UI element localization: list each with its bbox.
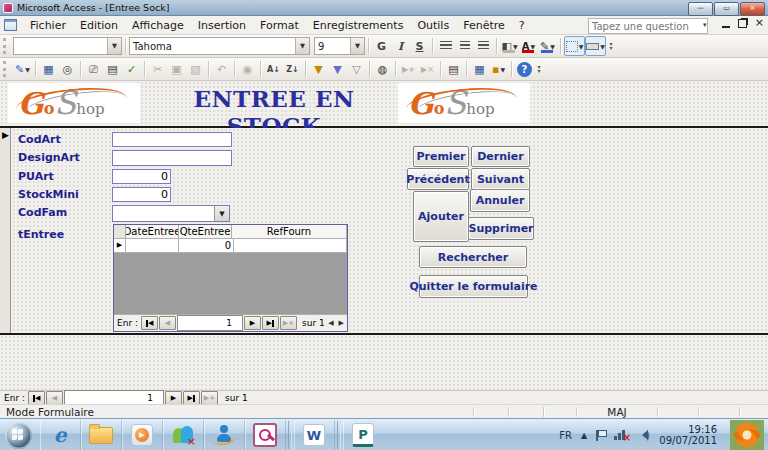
word-icon[interactable]: W <box>294 420 335 450</box>
start-button[interactable] <box>5 422 32 449</box>
stockmini-input[interactable] <box>112 187 171 202</box>
copy-icon[interactable]: ▣ <box>167 60 186 78</box>
previous-record-button[interactable]: ◀ <box>46 391 63 405</box>
print-preview-icon[interactable]: ▤ <box>103 60 122 78</box>
paste-icon[interactable]: ▧ <box>186 60 205 78</box>
volume-icon[interactable]: ) <box>637 430 650 441</box>
menu-fenetre[interactable]: Fenêtre <box>456 17 512 34</box>
chevron-down-icon[interactable]: ▼ <box>295 38 309 54</box>
bold-button[interactable]: G <box>372 37 391 55</box>
new-record-button[interactable]: ▶∗ <box>280 316 297 330</box>
supprimer-button[interactable]: Supprimer <box>468 217 534 240</box>
cell-reffourn[interactable] <box>234 239 347 253</box>
puart-input[interactable] <box>112 169 171 184</box>
clock[interactable]: 19:16 09/07/2011 <box>659 424 717 447</box>
language-indicator[interactable]: FR <box>559 430 572 441</box>
font-color-icon[interactable]: A▼ <box>519 37 538 55</box>
chevron-down-icon[interactable]: ▼ <box>350 38 364 54</box>
minimize-button[interactable]: — <box>688 2 713 16</box>
restore-button[interactable]: ▭ <box>714 2 739 16</box>
font-size-combo[interactable]: 9 ▼ <box>314 37 365 55</box>
menu-enregistrements[interactable]: Enregistrements <box>306 17 411 34</box>
next-record-button[interactable]: ▶ <box>165 391 182 405</box>
quitter-button[interactable]: Quitter le formulaire <box>419 275 528 298</box>
spelling-icon[interactable]: ✓ <box>122 60 141 78</box>
save-icon[interactable]: ▦ <box>39 60 58 78</box>
designart-input[interactable] <box>112 150 232 166</box>
access-taskbar-icon[interactable] <box>245 420 286 450</box>
select-all-cell[interactable] <box>114 225 126 239</box>
menu-outils[interactable]: Outils <box>410 17 456 34</box>
close-button[interactable]: × <box>740 2 765 16</box>
last-record-button[interactable]: ▶ <box>262 316 279 330</box>
codfam-combo[interactable]: ▼ <box>112 205 230 222</box>
media-player-icon[interactable]: ▶ <box>122 420 163 450</box>
toolbar-options-icon[interactable]: ▾▾ <box>534 60 544 78</box>
underline-button[interactable]: S <box>410 37 429 55</box>
msn-icon[interactable] <box>204 420 245 450</box>
font-name-combo[interactable]: Tahoma ▼ <box>129 37 310 55</box>
mdi-minimize-icon[interactable] <box>722 18 730 28</box>
internet-explorer-icon[interactable]: e <box>40 420 81 450</box>
dernier-button[interactable]: Dernier <box>471 146 530 167</box>
new-object-icon[interactable]: ▪▼ <box>489 60 508 78</box>
ask-question-input[interactable] <box>588 18 708 34</box>
special-effect-icon[interactable]: ▼ <box>564 36 585 56</box>
mdi-restore-icon[interactable] <box>738 19 747 28</box>
help-icon[interactable]: ? <box>517 62 532 77</box>
last-record-button[interactable]: ▶ <box>183 391 200 405</box>
network-icon[interactable]: × <box>614 429 628 441</box>
properties-icon[interactable]: ▤ <box>444 60 463 78</box>
action-center-icon[interactable] <box>596 430 605 441</box>
hidden-icons-icon[interactable]: ▲ <box>581 431 587 440</box>
ajouter-button[interactable]: Ajouter <box>413 191 469 242</box>
delete-record-icon[interactable]: ▶× <box>418 60 437 78</box>
menu-format[interactable]: Format <box>253 17 306 34</box>
col-header-dateentree[interactable]: DateEntree <box>126 225 179 239</box>
object-combo[interactable]: ▼ <box>13 37 122 55</box>
col-header-qteentree[interactable]: QteEntree <box>179 225 232 239</box>
form-view-icon[interactable]: ✎▼ <box>13 60 32 78</box>
precedent-button[interactable]: Précédent <box>407 168 469 190</box>
windows-explorer-icon[interactable] <box>81 420 122 450</box>
sort-descending-icon[interactable]: Z↓ <box>283 60 302 78</box>
cut-icon[interactable]: ✂ <box>148 60 167 78</box>
align-left-icon[interactable] <box>436 37 455 55</box>
menu-affichage[interactable]: Affichage <box>125 17 191 34</box>
suivant-button[interactable]: Suivant <box>471 168 530 190</box>
col-header-reffourn[interactable]: RefFourn <box>232 225 347 239</box>
form-system-icon[interactable] <box>4 19 17 31</box>
messenger-icon[interactable]: × <box>163 420 204 450</box>
mdi-close-icon[interactable]: × <box>755 19 764 27</box>
fill-color-icon[interactable]: ◧▼ <box>500 37 519 55</box>
toolbar-options-icon[interactable]: ▾▾ <box>606 37 616 55</box>
rechercher-button[interactable]: Rechercher <box>419 246 527 268</box>
sort-ascending-icon[interactable]: A↓ <box>264 60 283 78</box>
print-icon[interactable]: ⎚ <box>84 60 103 78</box>
scroll-right-icon[interactable]: ▶ <box>339 319 344 327</box>
chevron-down-icon[interactable]: ▼ <box>107 38 121 54</box>
filter-by-form-icon[interactable]: ▼ <box>328 60 347 78</box>
italic-button[interactable]: I <box>391 37 410 55</box>
file-search-icon[interactable]: ◎ <box>58 60 77 78</box>
toolbar-drag-handle[interactable] <box>3 61 10 77</box>
chevron-down-icon[interactable]: ▼ <box>214 206 229 221</box>
access-app-icon[interactable] <box>3 3 13 13</box>
find-icon[interactable]: ◍ <box>373 60 392 78</box>
line-color-icon[interactable]: ✎▼ <box>538 37 557 55</box>
first-record-button[interactable]: ◀ <box>28 391 45 405</box>
menu-aide[interactable]: ? <box>512 17 532 34</box>
annuler-button[interactable]: Annuler <box>470 189 530 212</box>
toolbar-drag-handle[interactable] <box>3 38 10 54</box>
record-number-input[interactable] <box>177 315 243 331</box>
undo-icon[interactable]: ↶ <box>212 60 231 78</box>
cell-qteentree[interactable]: 0 <box>179 239 234 253</box>
first-record-button[interactable]: ◀ <box>141 316 158 330</box>
line-border-width-icon[interactable]: ▼ <box>585 36 606 56</box>
row-selector-cell[interactable]: ▶ <box>114 239 126 253</box>
powerpoint-icon[interactable]: P <box>343 420 383 450</box>
database-window-icon[interactable]: ▦ <box>470 60 489 78</box>
question-dropdown-icon[interactable]: ▾ <box>703 21 707 29</box>
insert-hyperlink-icon[interactable]: ◉ <box>238 60 257 78</box>
codart-input[interactable] <box>112 132 232 147</box>
